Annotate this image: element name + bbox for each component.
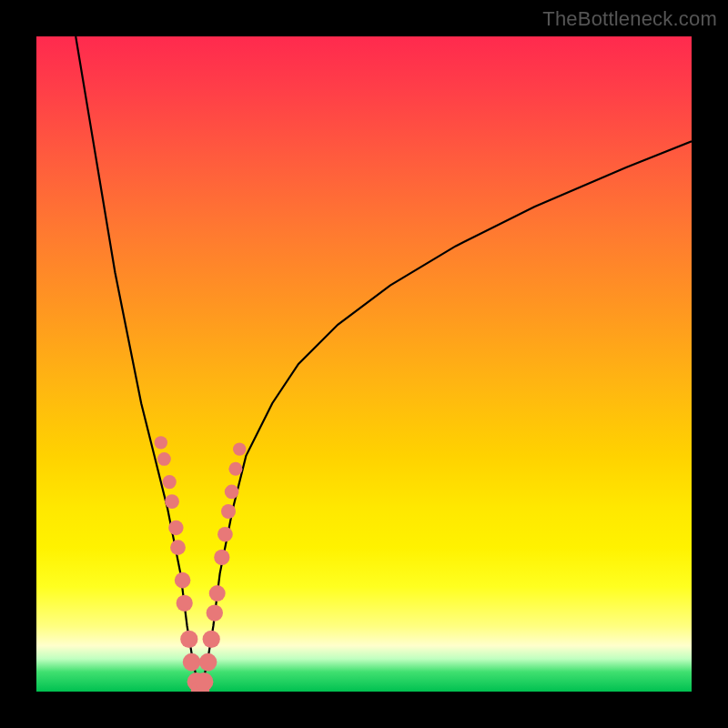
sample-dot <box>157 452 171 466</box>
sample-dot <box>203 631 220 648</box>
sample-dot <box>221 504 236 519</box>
sample-dot <box>228 462 242 476</box>
sample-dot <box>209 585 226 602</box>
chart-svg <box>36 36 692 692</box>
bottleneck-curve <box>76 36 692 692</box>
sample-dot <box>155 436 167 449</box>
sample-dot <box>183 653 201 672</box>
sample-dot <box>170 540 186 555</box>
sample-dot <box>168 521 183 535</box>
sample-dot <box>175 572 191 589</box>
sample-dot <box>217 527 233 542</box>
attribution-label: TheBottleneck.com <box>542 7 717 31</box>
sample-dot <box>180 631 197 648</box>
plot-area <box>36 36 692 692</box>
sample-dots-group <box>155 436 247 692</box>
chart-frame: TheBottleneck.com <box>0 0 728 728</box>
sample-dot <box>225 485 239 500</box>
sample-dot <box>165 494 179 509</box>
sample-dot <box>195 672 213 691</box>
sample-dot <box>199 653 217 672</box>
sample-dot <box>207 604 223 621</box>
sample-dot <box>177 595 193 612</box>
sample-dot <box>163 475 177 489</box>
sample-dot <box>233 442 246 455</box>
sample-dot <box>214 550 229 565</box>
